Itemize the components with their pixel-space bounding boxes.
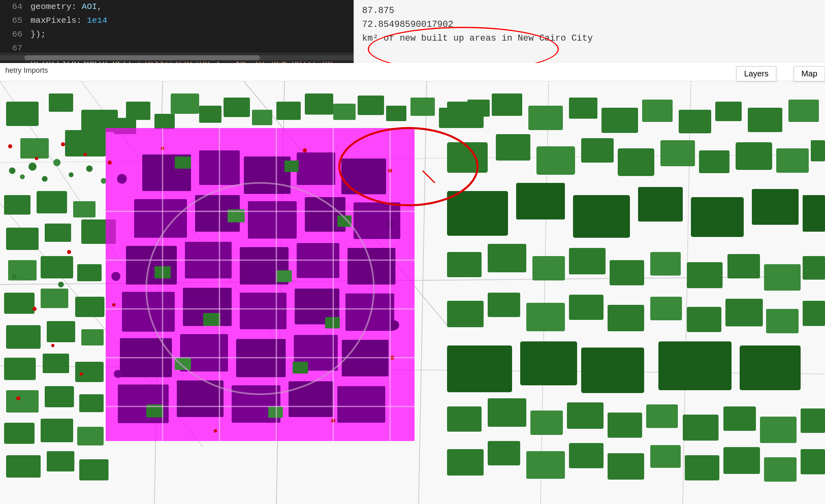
svg-rect-123: [650, 297, 682, 320]
svg-point-22: [42, 176, 48, 182]
svg-rect-105: [691, 197, 744, 237]
map-area[interactable]: hetry Imports Layers Map: [0, 63, 825, 504]
svg-rect-78: [410, 98, 435, 116]
svg-rect-149: [685, 455, 719, 480]
scrollbar-thumb[interactable]: [24, 55, 260, 60]
layers-button[interactable]: Layers: [736, 66, 776, 81]
svg-rect-97: [699, 150, 729, 173]
svg-point-186: [111, 272, 120, 281]
svg-point-23: [53, 159, 61, 166]
code-line-64: 64 geometry: AOI,: [0, 0, 354, 14]
svg-rect-37: [41, 289, 68, 308]
svg-rect-182: [289, 381, 333, 417]
svg-rect-156: [244, 156, 291, 194]
svg-rect-69: [171, 93, 199, 114]
svg-rect-35: [77, 264, 102, 281]
svg-point-196: [214, 429, 217, 432]
line-number: 65: [4, 14, 22, 28]
svg-rect-75: [333, 104, 356, 120]
svg-rect-83: [528, 106, 563, 130]
svg-rect-143: [447, 449, 484, 476]
svg-rect-46: [45, 386, 74, 407]
scrollbar-track[interactable]: [0, 55, 354, 60]
svg-rect-104: [638, 187, 683, 222]
svg-rect-13: [6, 102, 39, 126]
line-number: 64: [4, 0, 22, 14]
svg-rect-128: [658, 341, 732, 390]
svg-rect-72: [252, 110, 272, 125]
svg-rect-48: [4, 423, 35, 444]
svg-rect-111: [569, 248, 606, 274]
svg-rect-113: [650, 252, 681, 276]
svg-rect-207: [293, 362, 308, 374]
svg-rect-126: [766, 309, 799, 333]
svg-rect-34: [41, 256, 73, 278]
svg-rect-198: [175, 156, 191, 169]
svg-rect-31: [45, 224, 71, 242]
svg-rect-204: [203, 313, 220, 326]
svg-rect-103: [573, 195, 630, 238]
svg-rect-127: [803, 301, 825, 326]
svg-point-60: [80, 372, 83, 376]
svg-rect-161: [248, 201, 297, 239]
svg-rect-86: [642, 100, 673, 122]
svg-rect-67: [126, 102, 150, 120]
code-content: });: [30, 28, 46, 41]
svg-rect-144: [488, 441, 520, 465]
svg-rect-52: [47, 451, 74, 471]
svg-point-188: [114, 370, 122, 378]
svg-rect-102: [516, 183, 565, 219]
svg-rect-183: [337, 386, 385, 423]
svg-rect-85: [601, 108, 638, 133]
svg-rect-121: [569, 295, 604, 320]
svg-rect-74: [305, 93, 333, 115]
svg-rect-43: [43, 354, 69, 373]
svg-rect-209: [268, 406, 283, 418]
svg-point-62: [51, 344, 54, 347]
svg-point-64: [21, 267, 28, 274]
svg-point-55: [35, 157, 38, 160]
map-button[interactable]: Map: [794, 66, 825, 81]
svg-rect-87: [679, 110, 711, 133]
svg-rect-39: [6, 325, 41, 349]
svg-rect-94: [581, 138, 614, 163]
svg-rect-136: [567, 402, 604, 429]
scrollbar-area[interactable]: [0, 53, 354, 62]
svg-rect-16: [20, 138, 49, 159]
svg-point-56: [61, 142, 65, 146]
svg-rect-44: [75, 362, 104, 382]
svg-rect-53: [79, 459, 109, 480]
svg-point-19: [9, 167, 15, 174]
svg-rect-141: [760, 417, 797, 443]
svg-rect-132: [581, 348, 644, 393]
line-number: 66: [4, 28, 22, 41]
svg-rect-152: [801, 449, 825, 474]
svg-point-195: [303, 148, 307, 152]
svg-rect-100: [811, 140, 825, 161]
map-svg: [0, 81, 825, 504]
svg-rect-146: [569, 443, 604, 468]
svg-rect-99: [776, 148, 809, 173]
svg-rect-158: [341, 159, 386, 194]
svg-rect-107: [803, 195, 825, 232]
svg-rect-51: [6, 455, 41, 478]
svg-rect-142: [801, 408, 825, 433]
code-line-66: 66 });: [0, 28, 354, 41]
svg-rect-116: [764, 264, 801, 291]
svg-point-58: [67, 250, 71, 254]
svg-rect-138: [646, 404, 678, 428]
svg-rect-147: [608, 453, 644, 480]
svg-rect-89: [748, 108, 782, 132]
svg-rect-93: [536, 146, 575, 175]
svg-point-63: [12, 274, 17, 279]
svg-rect-76: [358, 96, 384, 115]
svg-rect-139: [683, 415, 719, 441]
svg-point-190: [108, 161, 112, 165]
map-toolbar: hetry Imports Layers Map: [0, 63, 825, 81]
svg-point-59: [33, 307, 37, 311]
svg-rect-92: [496, 134, 530, 161]
svg-rect-151: [764, 457, 797, 482]
svg-rect-40: [47, 321, 75, 342]
svg-rect-124: [687, 307, 721, 332]
svg-rect-30: [6, 228, 39, 250]
